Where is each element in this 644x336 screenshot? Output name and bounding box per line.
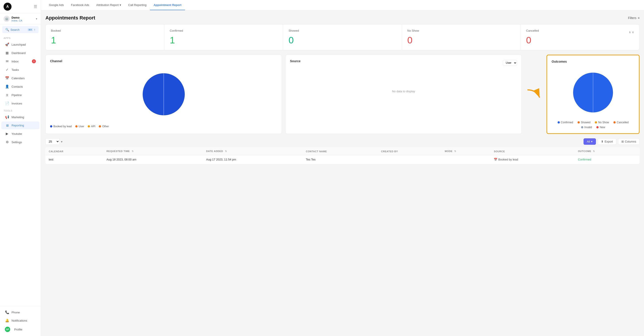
- legend-dot: [75, 125, 78, 127]
- tab-call-reporting[interactable]: Call Reporting: [125, 0, 150, 10]
- tools-section-label: Tools: [0, 108, 41, 113]
- col-source: SOURCE: [491, 148, 575, 155]
- source-chart-header: Source User: [290, 59, 517, 66]
- sidebar-item-phone[interactable]: 📞 Phone: [1, 308, 40, 316]
- sidebar-item-youtube[interactable]: ▶ Youtube: [1, 130, 40, 138]
- stat-label-cancelled: Cancelled: [526, 29, 539, 32]
- cell-source: 📅 Booked by lead: [491, 155, 575, 164]
- sidebar-item-inbox[interactable]: ✉ Inbox 0: [1, 57, 40, 65]
- sidebar-item-notifications[interactable]: 🔔 Notifications: [1, 317, 40, 325]
- cell-mode: [442, 155, 491, 164]
- contacts-icon: 👤: [5, 84, 9, 88]
- page-size-select[interactable]: 25 10 50 100: [46, 138, 60, 145]
- youtube-icon: ▶: [5, 132, 9, 136]
- stat-label-booked: Booked: [51, 29, 159, 32]
- stat-value-showed: 0: [288, 35, 396, 46]
- sidebar-item-label: Inbox: [12, 60, 32, 63]
- app-logo: A: [4, 3, 12, 11]
- sidebar-item-label: Dashboard: [12, 51, 36, 55]
- calendars-icon: 📅: [5, 76, 9, 80]
- search-button[interactable]: 🔍 Search ⌘K ↑: [2, 26, 38, 33]
- channel-chart-title: Channel: [50, 59, 277, 63]
- arrow-annotation-container: [525, 55, 543, 134]
- outcomes-pie-container: [552, 67, 634, 118]
- stat-value-confirmed: 1: [170, 35, 278, 46]
- sort-icon[interactable]: ⇅: [132, 150, 134, 152]
- stat-label-confirmed: Confirmed: [170, 29, 278, 32]
- filters-button[interactable]: Filters ≡: [628, 16, 640, 20]
- sidebar-item-reporting[interactable]: 🖥 Reporting: [1, 121, 40, 129]
- tab-google-ads[interactable]: Google Ads: [46, 0, 67, 10]
- sidebar-bottom: 📞 Phone 🔔 Notifications GP Profile: [0, 306, 41, 336]
- sort-icon[interactable]: ⇅: [454, 150, 456, 152]
- account-location: Irvine, CA: [12, 19, 36, 22]
- search-icon: 🔍: [5, 28, 9, 31]
- chevron-down-icon: ∨: [632, 30, 634, 34]
- menu-toggle-icon[interactable]: ☰: [34, 4, 37, 9]
- table-action-buttons: All ▾ ⬆ Export ⊞ Columns: [584, 138, 640, 145]
- calendar-icon: 📅: [494, 158, 497, 161]
- stat-value-no-show: 0: [408, 35, 515, 46]
- appointments-table: CALENDAR REQUESTED TIME ⇅ DATE ADDED ⇅ C…: [46, 147, 640, 164]
- invoices-icon: 📄: [5, 101, 9, 105]
- page-content: Appointments Report Filters ≡ Booked 1 C…: [41, 11, 644, 336]
- account-switcher[interactable]: 🏢 Demo Irvine, CA ▾: [0, 13, 41, 24]
- cell-outcome: Confirmed: [575, 155, 640, 164]
- sidebar-item-label: Profile: [14, 328, 36, 331]
- inbox-icon: ✉: [5, 59, 9, 63]
- sidebar-item-pipeline[interactable]: ⧖ Pipeline: [1, 91, 40, 99]
- legend-booked-by-lead: Booked by lead: [50, 125, 72, 128]
- stats-row: Booked 1 Confirmed 1 Showed 0 No Show 0 …: [46, 24, 640, 50]
- chevron-down-icon: ▾: [591, 140, 592, 143]
- table-controls: 25 10 50 100 ▾ All ▾ ⬆ Export ⊞ Co: [46, 138, 640, 145]
- channel-pie-chart: [139, 70, 188, 119]
- stat-showed: Showed 0: [283, 24, 402, 50]
- sidebar-item-invoices[interactable]: 📄 Invoices: [1, 99, 40, 107]
- sidebar-item-contacts[interactable]: 👤 Contacts: [1, 82, 40, 90]
- sort-icon[interactable]: ⇅: [593, 150, 595, 152]
- arrow-icon: ↑: [34, 28, 36, 31]
- sidebar-item-marketing[interactable]: 📢 Marketing: [1, 113, 40, 121]
- legend-dot: [581, 126, 583, 128]
- legend-invalid: Invalid: [581, 126, 592, 129]
- page-title: Appointments Report: [46, 15, 95, 21]
- legend-new: New: [596, 126, 605, 129]
- avatar: 🏢: [4, 16, 10, 22]
- cell-calendar: test: [46, 155, 104, 164]
- sidebar-item-dashboard[interactable]: ▦ Dashboard: [1, 49, 40, 57]
- sidebar-item-label: Settings: [12, 141, 36, 144]
- main-content: Google Ads Facebook Ads Attribution Repo…: [41, 0, 644, 336]
- launchpad-icon: 🚀: [5, 42, 9, 46]
- tab-facebook-ads[interactable]: Facebook Ads: [67, 0, 92, 10]
- sidebar-item-label: Tasks: [12, 68, 36, 71]
- tab-attribution-report[interactable]: Attribution Report ▾: [93, 0, 125, 10]
- sidebar-item-launchpad[interactable]: 🚀 Launchpad: [1, 40, 40, 48]
- marketing-icon: 📢: [5, 115, 9, 119]
- table-body: test Aug 18 2023, 08:00 am Aug 17 2023, …: [46, 155, 640, 164]
- sidebar-item-tasks[interactable]: ✓ Tasks: [1, 66, 40, 74]
- filter-all-button[interactable]: All ▾: [584, 138, 596, 145]
- export-icon: ⬆: [601, 140, 604, 143]
- columns-icon: ⊞: [622, 140, 624, 143]
- sidebar-logo: A ☰: [0, 0, 41, 13]
- columns-button[interactable]: ⊞ Columns: [618, 138, 640, 145]
- apps-section-label: Apps: [0, 35, 41, 40]
- channel-pie-container: [50, 66, 277, 122]
- source-chart-card: Source User No data to display: [285, 55, 522, 134]
- pipeline-icon: ⧖: [5, 93, 9, 97]
- sidebar-item-calendars[interactable]: 📅 Calendars: [1, 74, 40, 82]
- col-date-added: DATE ADDED ⇅: [203, 148, 303, 155]
- chevron-down-icon: ▾: [120, 3, 121, 7]
- source-filter-select[interactable]: User: [503, 60, 517, 66]
- sort-icon[interactable]: ⇅: [225, 150, 227, 152]
- stat-label-no-show: No Show: [408, 29, 515, 32]
- col-requested-time: REQUESTED TIME ⇅: [104, 148, 203, 155]
- table-header: CALENDAR REQUESTED TIME ⇅ DATE ADDED ⇅ C…: [46, 148, 640, 155]
- legend-no-show: No Show: [595, 121, 609, 124]
- sidebar-item-profile[interactable]: GP Profile: [1, 325, 40, 334]
- export-button[interactable]: ⬆ Export: [598, 138, 616, 145]
- sidebar-item-settings[interactable]: ⚙ Settings: [1, 138, 40, 146]
- sidebar-item-label: Reporting: [12, 124, 36, 127]
- charts-row: Channel Booked by lead User: [46, 55, 640, 134]
- tab-appointment-report[interactable]: Appointment Report: [150, 0, 185, 10]
